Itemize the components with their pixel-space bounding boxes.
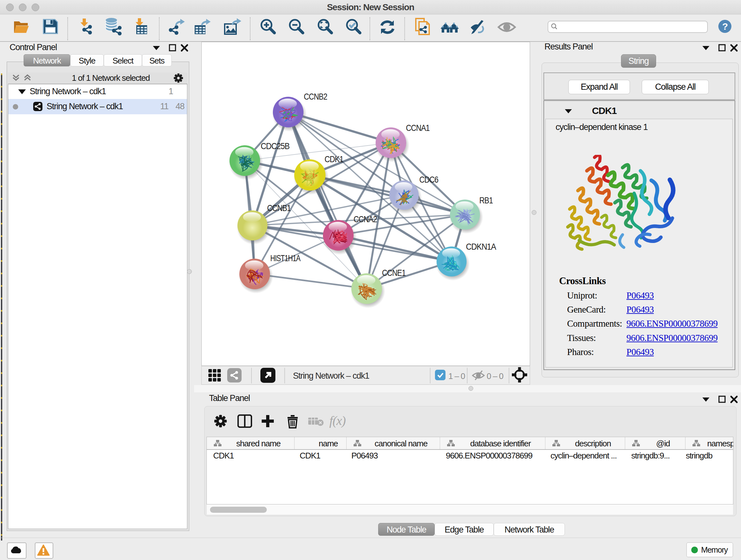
svg-text:RB1: RB1	[479, 195, 493, 205]
svg-text:HIST1H1A: HIST1H1A	[270, 253, 300, 263]
svg-text:CDC25B: CDC25B	[261, 141, 289, 151]
svg-text:1 of 1 Network selected: 1 of 1 Network selected	[72, 73, 150, 83]
svg-text:CDK1: CDK1	[325, 154, 344, 164]
svg-text:CCNA1: CCNA1	[406, 123, 430, 133]
svg-text:CDKN1A: CDKN1A	[466, 242, 496, 252]
svg-text:CCNB1: CCNB1	[267, 203, 291, 213]
svg-text:CCNB2: CCNB2	[304, 91, 327, 102]
svg-text:CCNA2: CCNA2	[354, 214, 377, 224]
svg-text:CDC6: CDC6	[419, 175, 439, 185]
svg-text:CCNE1: CCNE1	[382, 268, 406, 278]
